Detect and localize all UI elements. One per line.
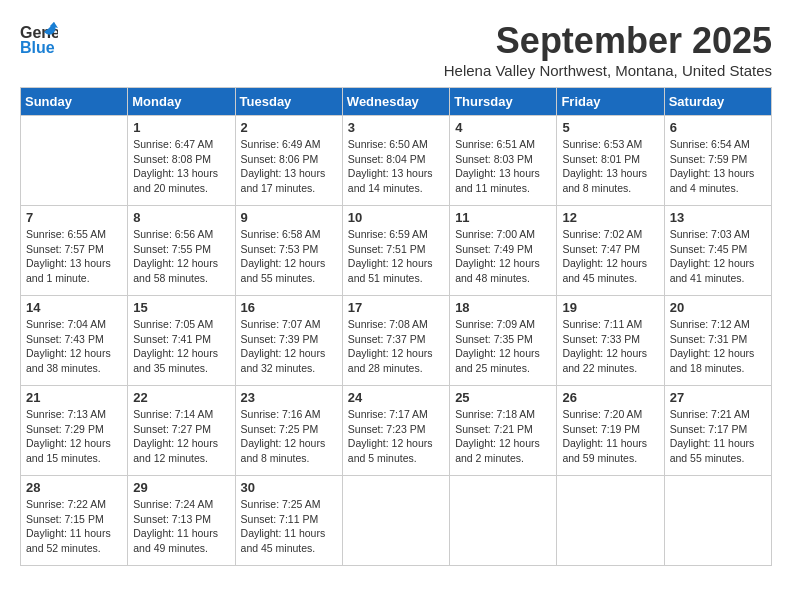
cell-line: Sunset: 8:08 PM — [133, 153, 211, 165]
calendar-cell: 29Sunrise: 7:24 AMSunset: 7:13 PMDayligh… — [128, 476, 235, 566]
day-number: 29 — [133, 480, 229, 495]
calendar-table: Sunday Monday Tuesday Wednesday Thursday… — [20, 87, 772, 566]
cell-content: Sunrise: 6:58 AMSunset: 7:53 PMDaylight:… — [241, 227, 337, 286]
cell-content: Sunrise: 6:59 AMSunset: 7:51 PMDaylight:… — [348, 227, 444, 286]
calendar-cell — [450, 476, 557, 566]
cell-line: Sunset: 7:33 PM — [562, 333, 640, 345]
cell-line: and 4 minutes. — [670, 182, 739, 194]
cell-line: and 28 minutes. — [348, 362, 423, 374]
cell-line: Sunrise: 6:49 AM — [241, 138, 321, 150]
cell-line: Sunrise: 7:22 AM — [26, 498, 106, 510]
cell-line: Sunrise: 6:54 AM — [670, 138, 750, 150]
cell-line: Daylight: 12 hours — [26, 437, 111, 449]
cell-line: Daylight: 12 hours — [348, 437, 433, 449]
cell-content: Sunrise: 7:24 AMSunset: 7:13 PMDaylight:… — [133, 497, 229, 556]
col-sunday: Sunday — [21, 88, 128, 116]
cell-line: Sunset: 7:53 PM — [241, 243, 319, 255]
calendar-week-row: 28Sunrise: 7:22 AMSunset: 7:15 PMDayligh… — [21, 476, 772, 566]
cell-content: Sunrise: 7:21 AMSunset: 7:17 PMDaylight:… — [670, 407, 766, 466]
cell-line: Daylight: 12 hours — [241, 347, 326, 359]
day-number: 9 — [241, 210, 337, 225]
cell-content: Sunrise: 7:18 AMSunset: 7:21 PMDaylight:… — [455, 407, 551, 466]
cell-content: Sunrise: 7:22 AMSunset: 7:15 PMDaylight:… — [26, 497, 122, 556]
cell-line: and 51 minutes. — [348, 272, 423, 284]
page-wrapper: General Blue September 2025 Helena Valle… — [20, 20, 772, 566]
calendar-cell: 12Sunrise: 7:02 AMSunset: 7:47 PMDayligh… — [557, 206, 664, 296]
cell-line: and 38 minutes. — [26, 362, 101, 374]
cell-line: Sunrise: 6:50 AM — [348, 138, 428, 150]
cell-line: Daylight: 12 hours — [241, 257, 326, 269]
cell-line: and 55 minutes. — [670, 452, 745, 464]
cell-line: Sunset: 7:41 PM — [133, 333, 211, 345]
cell-line: Daylight: 12 hours — [455, 437, 540, 449]
day-number: 18 — [455, 300, 551, 315]
calendar-cell: 4Sunrise: 6:51 AMSunset: 8:03 PMDaylight… — [450, 116, 557, 206]
calendar-cell: 26Sunrise: 7:20 AMSunset: 7:19 PMDayligh… — [557, 386, 664, 476]
day-number: 2 — [241, 120, 337, 135]
day-number: 26 — [562, 390, 658, 405]
calendar-cell: 9Sunrise: 6:58 AMSunset: 7:53 PMDaylight… — [235, 206, 342, 296]
calendar-cell: 19Sunrise: 7:11 AMSunset: 7:33 PMDayligh… — [557, 296, 664, 386]
calendar-cell: 23Sunrise: 7:16 AMSunset: 7:25 PMDayligh… — [235, 386, 342, 476]
col-friday: Friday — [557, 88, 664, 116]
day-number: 14 — [26, 300, 122, 315]
cell-line: Sunset: 7:17 PM — [670, 423, 748, 435]
calendar-cell — [557, 476, 664, 566]
cell-line: Daylight: 11 hours — [133, 527, 218, 539]
cell-line: and 52 minutes. — [26, 542, 101, 554]
calendar-cell: 17Sunrise: 7:08 AMSunset: 7:37 PMDayligh… — [342, 296, 449, 386]
col-saturday: Saturday — [664, 88, 771, 116]
cell-content: Sunrise: 7:12 AMSunset: 7:31 PMDaylight:… — [670, 317, 766, 376]
day-number: 21 — [26, 390, 122, 405]
cell-line: and 1 minute. — [26, 272, 90, 284]
cell-line: Sunrise: 7:14 AM — [133, 408, 213, 420]
cell-content: Sunrise: 6:49 AMSunset: 8:06 PMDaylight:… — [241, 137, 337, 196]
cell-line: Daylight: 12 hours — [241, 437, 326, 449]
logo-section: General Blue — [20, 20, 58, 58]
cell-line: Sunrise: 6:56 AM — [133, 228, 213, 240]
cell-content: Sunrise: 6:51 AMSunset: 8:03 PMDaylight:… — [455, 137, 551, 196]
cell-line: Sunrise: 7:12 AM — [670, 318, 750, 330]
calendar-header-row: Sunday Monday Tuesday Wednesday Thursday… — [21, 88, 772, 116]
cell-line: Sunrise: 7:13 AM — [26, 408, 106, 420]
calendar-cell: 28Sunrise: 7:22 AMSunset: 7:15 PMDayligh… — [21, 476, 128, 566]
cell-content: Sunrise: 7:13 AMSunset: 7:29 PMDaylight:… — [26, 407, 122, 466]
cell-line: Sunset: 7:15 PM — [26, 513, 104, 525]
day-number: 27 — [670, 390, 766, 405]
col-thursday: Thursday — [450, 88, 557, 116]
cell-line: Sunrise: 7:18 AM — [455, 408, 535, 420]
cell-line: Sunset: 7:57 PM — [26, 243, 104, 255]
cell-line: Sunrise: 6:58 AM — [241, 228, 321, 240]
cell-line: and 14 minutes. — [348, 182, 423, 194]
cell-content: Sunrise: 7:00 AMSunset: 7:49 PMDaylight:… — [455, 227, 551, 286]
cell-line: Daylight: 11 hours — [562, 437, 647, 449]
cell-line: Daylight: 12 hours — [562, 257, 647, 269]
cell-line: Daylight: 12 hours — [133, 437, 218, 449]
cell-line: and 58 minutes. — [133, 272, 208, 284]
cell-line: Sunset: 7:39 PM — [241, 333, 319, 345]
cell-line: Daylight: 12 hours — [348, 347, 433, 359]
cell-line: Daylight: 11 hours — [26, 527, 111, 539]
cell-line: and 32 minutes. — [241, 362, 316, 374]
cell-line: Sunset: 8:03 PM — [455, 153, 533, 165]
cell-line: Daylight: 13 hours — [348, 167, 433, 179]
cell-line: Sunset: 7:11 PM — [241, 513, 319, 525]
day-number: 3 — [348, 120, 444, 135]
day-number: 15 — [133, 300, 229, 315]
cell-content: Sunrise: 6:54 AMSunset: 7:59 PMDaylight:… — [670, 137, 766, 196]
cell-line: Sunset: 7:29 PM — [26, 423, 104, 435]
cell-line: Sunset: 7:49 PM — [455, 243, 533, 255]
cell-content: Sunrise: 6:53 AMSunset: 8:01 PMDaylight:… — [562, 137, 658, 196]
cell-content: Sunrise: 7:16 AMSunset: 7:25 PMDaylight:… — [241, 407, 337, 466]
cell-line: and 8 minutes. — [562, 182, 631, 194]
cell-content: Sunrise: 7:17 AMSunset: 7:23 PMDaylight:… — [348, 407, 444, 466]
cell-content: Sunrise: 6:56 AMSunset: 7:55 PMDaylight:… — [133, 227, 229, 286]
day-number: 22 — [133, 390, 229, 405]
calendar-cell: 13Sunrise: 7:03 AMSunset: 7:45 PMDayligh… — [664, 206, 771, 296]
calendar-cell: 30Sunrise: 7:25 AMSunset: 7:11 PMDayligh… — [235, 476, 342, 566]
cell-line: Sunset: 7:31 PM — [670, 333, 748, 345]
calendar-cell: 7Sunrise: 6:55 AMSunset: 7:57 PMDaylight… — [21, 206, 128, 296]
col-tuesday: Tuesday — [235, 88, 342, 116]
cell-content: Sunrise: 7:09 AMSunset: 7:35 PMDaylight:… — [455, 317, 551, 376]
cell-line: Sunrise: 7:24 AM — [133, 498, 213, 510]
